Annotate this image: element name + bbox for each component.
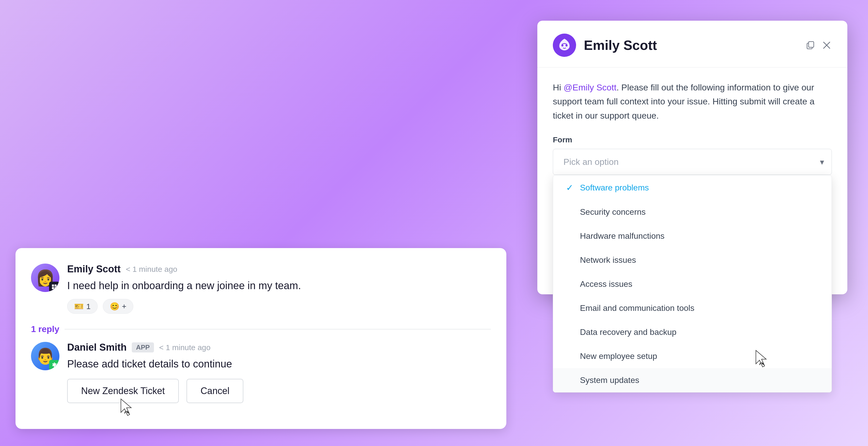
emily-message-row: 👩 Emily Scott < 1 minute ago I need help… (31, 264, 491, 314)
emily-avatar: 👩 (31, 264, 59, 292)
check-icon: ✓ (566, 182, 575, 193)
select-placeholder: Pick an option (563, 157, 619, 167)
modal-header: Emily Scott (537, 21, 847, 67)
modal-dialog: Emily Scott Hi @Emily Scott. Please fill… (537, 21, 847, 294)
dropdown-item-email-communication[interactable]: Email and communication tools (553, 296, 832, 320)
copy-icon-button[interactable] (805, 40, 815, 50)
ticket-reaction[interactable]: 🎫 1 (67, 299, 98, 314)
dropdown-item-label: Software problems (580, 183, 649, 192)
dropdown-item-access-issues[interactable]: Access issues (553, 272, 832, 296)
daniel-author: Daniel Smith (67, 342, 127, 353)
close-icon-button[interactable] (822, 40, 832, 50)
daniel-message-content: Daniel Smith APP < 1 minute ago Please a… (67, 342, 491, 403)
svg-point-9 (565, 44, 567, 47)
dropdown-item-label: Email and communication tools (580, 303, 694, 313)
daniel-time: < 1 minute ago (159, 343, 211, 352)
form-select[interactable]: Pick an option (553, 149, 832, 175)
emily-time: < 1 minute ago (126, 265, 177, 274)
chat-panel: 👩 Emily Scott < 1 minute ago I need help… (16, 248, 506, 429)
dropdown-item-data-recovery[interactable]: Data recovery and backup (553, 320, 832, 344)
daniel-avatar: 👨 ✱ (31, 342, 59, 370)
cancel-button[interactable]: Cancel (187, 379, 243, 403)
modal-body: Hi @Emily Scott. Please fill out the fol… (537, 67, 847, 248)
app-badge: APP (132, 343, 154, 353)
emily-author: Emily Scott (67, 264, 121, 275)
reply-divider: 1 reply (31, 324, 491, 334)
slack-app-icon (49, 281, 59, 292)
dropdown-item-hardware-malfunctions[interactable]: Hardware malfunctions (553, 224, 832, 248)
dropdown-item-label: Network issues (580, 255, 636, 265)
dropdown-item-new-employee-setup[interactable]: New employee setup (553, 344, 832, 368)
form-label: Form (553, 136, 832, 144)
dropdown-item-label: Security concerns (580, 207, 646, 217)
dropdown-menu: ✓ Software problems Security concerns Ha… (553, 175, 832, 392)
dropdown-item-system-updates[interactable]: System updates (553, 368, 832, 392)
at-mention: @Emily Scott (564, 83, 617, 92)
svg-rect-1 (55, 285, 57, 287)
svg-point-8 (561, 44, 563, 47)
dropdown-item-software-problems[interactable]: ✓ Software problems (553, 175, 832, 200)
svg-rect-3 (55, 287, 57, 289)
modal-header-actions (805, 40, 832, 50)
modal-title: Emily Scott (584, 37, 797, 53)
dropdown-item-label: New employee setup (580, 351, 657, 361)
dropdown-item-label: Data recovery and backup (580, 327, 677, 337)
emoji-add-reaction[interactable]: 😊 + (103, 299, 133, 314)
dropdown-item-label: Hardware malfunctions (580, 231, 664, 241)
dropdown-item-security-concerns[interactable]: Security concerns (553, 200, 832, 224)
daniel-message-row: 👨 ✱ Daniel Smith APP < 1 minute ago Plea… (31, 342, 491, 403)
emily-message-content: Emily Scott < 1 minute ago I need help i… (67, 264, 491, 314)
description-prefix: Hi (553, 83, 564, 92)
modal-description: Hi @Emily Scott. Please fill out the fol… (553, 80, 832, 122)
dropdown-item-label: Access issues (580, 279, 632, 289)
reply-count: 1 reply (31, 324, 59, 334)
emily-message-text: I need help in onboarding a new joinee i… (67, 278, 491, 293)
dropdown-item-network-issues[interactable]: Network issues (553, 248, 832, 272)
svg-rect-2 (52, 287, 54, 289)
daniel-message-text: Please add ticket details to continue (67, 357, 491, 371)
daniel-message-header: Daniel Smith APP < 1 minute ago (67, 342, 491, 353)
bot-logo-icon (553, 34, 576, 57)
action-buttons: New Zendesk Ticket Cancel (67, 379, 491, 403)
emily-message-header: Emily Scott < 1 minute ago (67, 264, 491, 275)
form-select-container: Pick an option ▾ ✓ Software problems Sec… (553, 149, 832, 175)
svg-rect-0 (52, 285, 54, 287)
reply-line (65, 329, 491, 329)
reaction-row: 🎫 1 😊 + (67, 299, 491, 314)
dropdown-item-label: System updates (580, 376, 639, 385)
svg-rect-11 (809, 41, 814, 47)
new-zendesk-ticket-button[interactable]: New Zendesk Ticket (67, 379, 179, 403)
zendesk-icon: ✱ (49, 360, 59, 370)
